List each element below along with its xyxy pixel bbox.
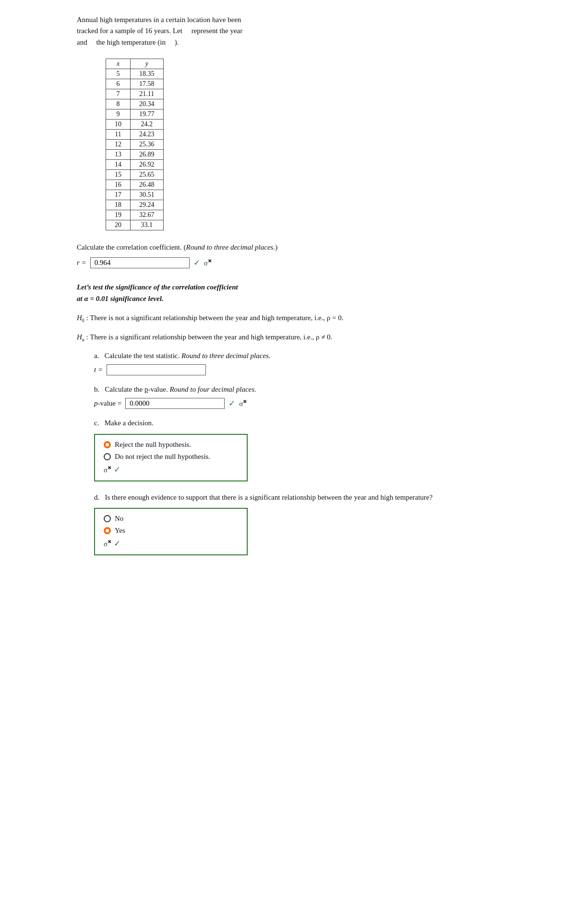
cell-x: 18 (106, 200, 131, 210)
table-row: 617.58 (106, 79, 164, 89)
part-d-sigma-icon: σ✖ (104, 539, 111, 548)
cell-x: 17 (106, 190, 131, 200)
pvalue-sigma-icon: σ✖ (239, 399, 247, 408)
r-check-icon: ✓ (193, 258, 200, 268)
h0-block: H0 : There is not a significant relation… (77, 312, 499, 324)
part-b-answer-row: p-value = ✓ σ✖ (94, 398, 499, 409)
cell-x: 19 (106, 210, 131, 220)
table-row: 1525.65 (106, 169, 164, 180)
part-c-decision-box: Reject the null hypothesis. Do not rejec… (94, 434, 248, 481)
part-c: c. Make a decision. Reject the null hypo… (94, 418, 499, 483)
cell-y: 30.51 (131, 190, 164, 200)
col-y-header: y (131, 59, 164, 69)
t-input[interactable] (107, 364, 206, 375)
radio-reject-circle[interactable] (104, 441, 111, 448)
cell-x: 9 (106, 109, 131, 119)
cell-x: 5 (106, 69, 131, 79)
cell-y: 20.34 (131, 99, 164, 109)
option-reject-label: Reject the null hypothesis. (115, 441, 191, 449)
table-row: 1225.36 (106, 139, 164, 149)
cell-x: 14 (106, 159, 131, 169)
table-row: 721.11 (106, 89, 164, 99)
ha-block: Ha : There is a significant relationship… (77, 331, 499, 344)
cell-x: 20 (106, 220, 131, 230)
cell-y: 24.2 (131, 119, 164, 129)
cell-x: 7 (106, 89, 131, 99)
table-row: 1024.2 (106, 119, 164, 129)
cell-y: 33.1 (131, 220, 164, 230)
cell-x: 13 (106, 149, 131, 159)
table-row: 820.34 (106, 99, 164, 109)
cell-x: 6 (106, 79, 131, 89)
option-no-label: No (115, 515, 123, 523)
radio-yes-circle[interactable] (104, 527, 111, 534)
cell-x: 15 (106, 169, 131, 180)
part-a-label: a. Calculate the test statistic. Round t… (94, 350, 499, 361)
table-row: 518.35 (106, 69, 164, 79)
cell-y: 32.67 (131, 210, 164, 220)
r-input[interactable] (90, 257, 190, 268)
cell-y: 21.11 (131, 89, 164, 99)
table-row: 919.77 (106, 109, 164, 119)
option-yes[interactable]: Yes (104, 527, 238, 535)
cell-x: 16 (106, 180, 131, 190)
table-row: 1426.92 (106, 159, 164, 169)
part-c-sigma-icon: σ✖ (104, 465, 111, 474)
intro-text: Annual high temperatures in a certain lo… (77, 14, 499, 48)
cell-x: 10 (106, 119, 131, 129)
cell-y: 26.48 (131, 180, 164, 190)
t-eq-label: t = (94, 366, 103, 374)
part-c-label: c. Make a decision. (94, 418, 499, 429)
data-table: x y 518.35617.58721.11820.34919.771024.2… (106, 59, 164, 230)
table-row: 1326.89 (106, 149, 164, 159)
cell-y: 19.77 (131, 109, 164, 119)
table-row: 1730.51 (106, 190, 164, 200)
cell-y: 26.92 (131, 159, 164, 169)
corr-label: Calculate the correlation coefficient. (… (77, 242, 499, 253)
cell-x: 11 (106, 129, 131, 139)
cell-y: 18.35 (131, 69, 164, 79)
part-d-decision-box: No Yes σ✖ ✓ (94, 508, 248, 555)
radio-no-circle[interactable] (104, 515, 111, 522)
part-a: a. Calculate the test statistic. Round t… (94, 350, 499, 375)
cell-y: 25.65 (131, 169, 164, 180)
table-row: 1626.48 (106, 180, 164, 190)
table-row: 2033.1 (106, 220, 164, 230)
cell-y: 17.58 (131, 79, 164, 89)
significance-heading: Let’s test the significance of the corre… (77, 282, 499, 304)
option-do-not-reject[interactable]: Do not reject the null hypothesis. (104, 453, 238, 461)
option-yes-label: Yes (115, 527, 125, 535)
cell-x: 8 (106, 99, 131, 109)
option-do-not-reject-label: Do not reject the null hypothesis. (115, 453, 210, 461)
part-b: b. Calculate the p-value. Round to four … (94, 384, 499, 409)
r-row: r = ✓ σ✖ (77, 257, 499, 268)
part-a-answer-row: t = (94, 364, 499, 375)
r-sigma-icon: σ✖ (204, 258, 212, 267)
table-row: 1829.24 (106, 200, 164, 210)
cell-x: 12 (106, 139, 131, 149)
pvalue-check-icon: ✓ (228, 398, 235, 408)
option-reject[interactable]: Reject the null hypothesis. (104, 441, 238, 449)
part-d: d. Is there enough evidence to support t… (94, 492, 499, 557)
part-d-label: d. Is there enough evidence to support t… (94, 492, 499, 503)
pvalue-label: p-value = (94, 399, 121, 408)
col-x-header: x (106, 59, 131, 69)
option-no[interactable]: No (104, 515, 238, 523)
r-eq-label: r = (77, 259, 86, 267)
part-c-sigma-row: σ✖ ✓ (104, 465, 238, 475)
cell-y: 26.89 (131, 149, 164, 159)
pvalue-input[interactable] (125, 398, 225, 409)
radio-do-not-reject-circle[interactable] (104, 453, 111, 460)
part-b-label: b. Calculate the p-value. Round to four … (94, 384, 499, 395)
cell-y: 25.36 (131, 139, 164, 149)
part-d-check-icon: ✓ (114, 539, 120, 549)
part-d-sigma-row: σ✖ ✓ (104, 539, 238, 549)
cell-y: 29.24 (131, 200, 164, 210)
cell-y: 24.23 (131, 129, 164, 139)
table-row: 1932.67 (106, 210, 164, 220)
part-c-check-icon: ✓ (114, 465, 120, 475)
intro-paragraph: Annual high temperatures in a certain lo… (77, 14, 499, 48)
table-row: 1124.23 (106, 129, 164, 139)
